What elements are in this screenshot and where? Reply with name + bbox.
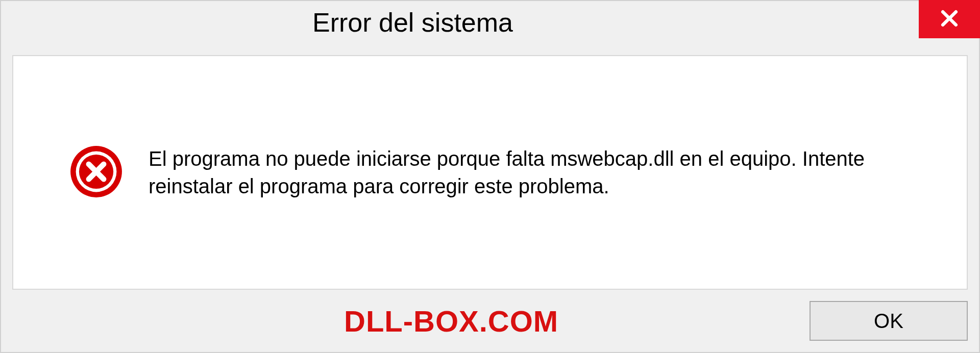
titlebar: Error del sistema	[1, 1, 979, 47]
close-icon	[938, 7, 961, 32]
dialog-title: Error del sistema	[1, 1, 513, 38]
close-button[interactable]	[919, 0, 980, 38]
content-area: El programa no puede iniciarse porque fa…	[12, 55, 968, 290]
error-message: El programa no puede iniciarse porque fa…	[149, 145, 936, 200]
watermark-text: DLL-BOX.COM	[12, 304, 558, 338]
ok-button[interactable]: OK	[810, 301, 968, 341]
error-icon	[69, 145, 123, 200]
footer: DLL-BOX.COM OK	[1, 290, 979, 352]
error-dialog: Error del sistema El programa no puede i…	[0, 0, 980, 353]
ok-button-label: OK	[874, 310, 903, 333]
